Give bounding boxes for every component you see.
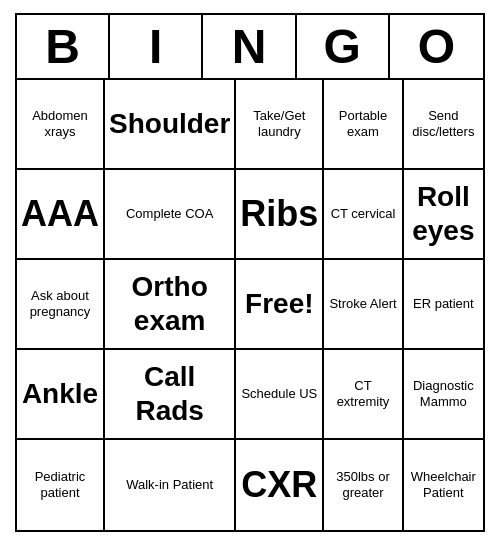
bingo-cell: Ask about pregnancy	[17, 260, 105, 350]
bingo-cell: Diagnostic Mammo	[404, 350, 483, 440]
bingo-cell: Call Rads	[105, 350, 236, 440]
bingo-cell: Pediatric patient	[17, 440, 105, 530]
header-letter: N	[203, 15, 296, 78]
bingo-cell: Ribs	[236, 170, 324, 260]
bingo-cell: Walk-in Patient	[105, 440, 236, 530]
header-letter: B	[17, 15, 110, 78]
bingo-cell: CT cervical	[324, 170, 403, 260]
bingo-cell: Abdomen xrays	[17, 80, 105, 170]
bingo-cell: Free!	[236, 260, 324, 350]
bingo-cell: Schedule US	[236, 350, 324, 440]
bingo-cell: Ankle	[17, 350, 105, 440]
bingo-cell: CXR	[236, 440, 324, 530]
bingo-cell: ER patient	[404, 260, 483, 350]
bingo-cell: Wheelchair Patient	[404, 440, 483, 530]
bingo-cell: Stroke Alert	[324, 260, 403, 350]
header-letter: O	[390, 15, 483, 78]
bingo-cell: CT extremity	[324, 350, 403, 440]
bingo-cell: Roll eyes	[404, 170, 483, 260]
bingo-card: BINGO Abdomen xraysShoulderTake/Get laun…	[15, 13, 485, 532]
bingo-cell: Portable exam	[324, 80, 403, 170]
bingo-cell: Send disc/letters	[404, 80, 483, 170]
bingo-cell: Complete COA	[105, 170, 236, 260]
bingo-grid: Abdomen xraysShoulderTake/Get laundryPor…	[17, 80, 483, 530]
header-letter: I	[110, 15, 203, 78]
bingo-cell: Take/Get laundry	[236, 80, 324, 170]
bingo-cell: Ortho exam	[105, 260, 236, 350]
header-letter: G	[297, 15, 390, 78]
bingo-cell: 350lbs or greater	[324, 440, 403, 530]
bingo-cell: AAA	[17, 170, 105, 260]
bingo-header: BINGO	[17, 15, 483, 80]
bingo-cell: Shoulder	[105, 80, 236, 170]
